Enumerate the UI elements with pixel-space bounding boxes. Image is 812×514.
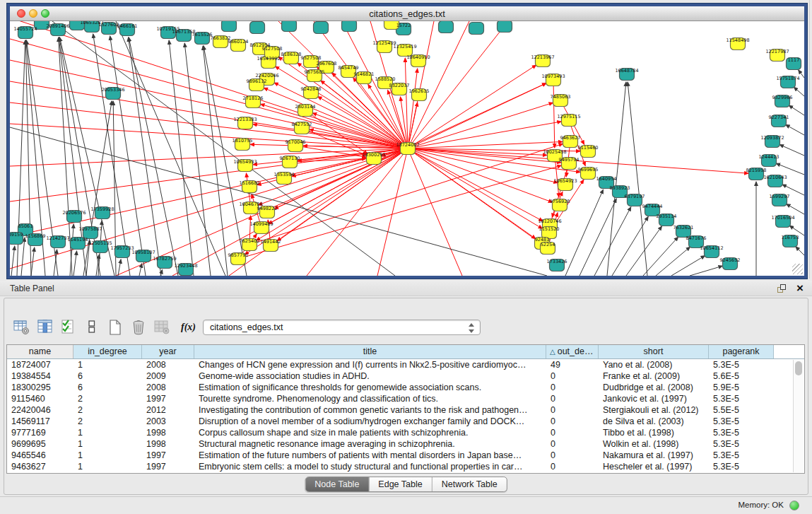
- table-cell[interactable]: 1: [73, 359, 142, 370]
- table-cell[interactable]: 14569117: [7, 416, 73, 427]
- table-cell[interactable]: 0: [546, 382, 599, 393]
- table-cell[interactable]: 1998: [142, 427, 194, 438]
- new-table-button[interactable]: [105, 317, 125, 337]
- table-cell[interactable]: 0: [546, 438, 599, 450]
- table-cell[interactable]: Structural magnetic resonance image aver…: [194, 438, 546, 450]
- column-header-year[interactable]: year: [142, 345, 194, 358]
- float-panel-icon[interactable]: [777, 284, 787, 293]
- table-cell[interactable]: Embryonic stem cells: a model to study s…: [194, 461, 546, 472]
- network-window[interactable]: citations_edges.txt 18724007140557242089…: [7, 4, 807, 279]
- graph-node[interactable]: [498, 21, 512, 33]
- table-row[interactable]: 946554611997Estimation of the future num…: [7, 450, 804, 461]
- table-cell[interactable]: Dudbridge et al. (2008): [599, 382, 709, 393]
- table-cell[interactable]: 5.6E-5: [709, 370, 774, 382]
- table-cell[interactable]: 22420046: [7, 404, 73, 416]
- table-cell[interactable]: 18300295: [7, 382, 73, 393]
- table-cell[interactable]: 5.3E-5: [709, 359, 774, 370]
- table-cell[interactable]: 9465546: [7, 450, 73, 461]
- table-row[interactable]: 1872400712008Changes of HCN gene express…: [7, 359, 804, 370]
- table-cell[interactable]: 9699695: [7, 438, 73, 450]
- table-cell[interactable]: 2: [73, 416, 142, 427]
- memory-status-icon[interactable]: [789, 501, 799, 510]
- table-cell[interactable]: Hescheler et al. (1997): [599, 461, 709, 472]
- table-cell[interactable]: 5.3E-5: [709, 416, 774, 427]
- table-cell[interactable]: Estimation of significance thresholds fo…: [194, 382, 546, 393]
- table-cell[interactable]: 5.3E-5: [709, 461, 774, 472]
- table-cell[interactable]: 1997: [142, 450, 194, 461]
- table-cell[interactable]: 5.3E-5: [709, 450, 774, 461]
- table-cell[interactable]: Wolkin et al. (1998): [599, 438, 709, 450]
- table-cell[interactable]: 1: [73, 438, 142, 450]
- table-cell[interactable]: 9463627: [7, 461, 73, 472]
- table-cell[interactable]: 49: [546, 359, 599, 370]
- table-cell[interactable]: 1998: [142, 438, 194, 450]
- table-row[interactable]: 969969511998Structural magnetic resonanc…: [7, 438, 804, 450]
- table-cell[interactable]: 6: [73, 382, 142, 393]
- table-cell[interactable]: Corpus callosum shape and size in male p…: [194, 427, 546, 438]
- table-cell[interactable]: 0: [546, 404, 599, 416]
- delete-attributes-button[interactable]: [129, 317, 148, 337]
- column-header-short[interactable]: short: [599, 345, 709, 358]
- table-cell[interactable]: 5.5E-5: [709, 404, 774, 416]
- table-cell[interactable]: Tibbo et al. (1998): [599, 427, 709, 438]
- table-scrollbar[interactable]: [793, 360, 804, 472]
- column-header-in_degree[interactable]: in_degree: [73, 345, 142, 358]
- table-cell[interactable]: 0: [546, 393, 599, 404]
- table-cell[interactable]: 19384554: [7, 370, 73, 382]
- graph-node[interactable]: [250, 22, 265, 34]
- column-header-pagerank[interactable]: pagerank: [709, 345, 774, 358]
- table-cell[interactable]: Jankovic et al. (1997): [599, 393, 709, 404]
- table-cell[interactable]: 1: [73, 427, 142, 438]
- table-cell[interactable]: 0: [546, 461, 599, 472]
- tab-network-table[interactable]: Network Table: [432, 477, 507, 491]
- table-cell[interactable]: Disruption of a novel member of a sodium…: [194, 416, 546, 427]
- table-cell[interactable]: Nakamura et al. (1997): [599, 450, 709, 461]
- table-cell[interactable]: 2012: [142, 404, 194, 416]
- graph-node[interactable]: [222, 21, 237, 32]
- graph-node[interactable]: [282, 21, 297, 32]
- row-select-button[interactable]: [59, 317, 78, 337]
- tab-node-table[interactable]: Node Table: [305, 477, 368, 491]
- table-settings-button[interactable]: [12, 317, 32, 337]
- table-cell[interactable]: 2: [73, 393, 142, 404]
- table-cell[interactable]: Franke et al. (2009): [599, 370, 709, 382]
- table-row[interactable]: 1938455462009Genome-wide association stu…: [7, 370, 804, 382]
- scrollbar-thumb[interactable]: [795, 361, 802, 375]
- network-window-titlebar[interactable]: citations_edges.txt: [10, 6, 804, 21]
- table-cell[interactable]: de Silva et al. (2003): [599, 416, 709, 427]
- merge-rows-button[interactable]: [82, 317, 102, 337]
- table-cell[interactable]: 5.3E-5: [709, 393, 774, 404]
- table-cell[interactable]: 0: [546, 450, 599, 461]
- table-cell[interactable]: 5.9E-5: [709, 382, 774, 393]
- table-row[interactable]: 911546021997Tourette syndrome. Phenomeno…: [7, 393, 804, 404]
- column-header-name[interactable]: name: [7, 345, 73, 358]
- table-cell[interactable]: Investigating the contribution of common…: [194, 404, 546, 416]
- table-cell[interactable]: Tourette syndrome. Phenomenology and cla…: [194, 393, 546, 404]
- table-cell[interactable]: 2009: [142, 370, 194, 382]
- graph-node[interactable]: [342, 21, 357, 32]
- tab-edge-table[interactable]: Edge Table: [368, 477, 431, 491]
- table-cell[interactable]: Changes of HCN gene expression and I(f) …: [194, 359, 546, 370]
- table-cell[interactable]: 0: [546, 370, 599, 382]
- graph-node[interactable]: [439, 21, 454, 33]
- table-row[interactable]: 2242004622012Investigating the contribut…: [7, 404, 804, 416]
- graph-node[interactable]: [314, 22, 329, 34]
- column-header-out_de[interactable]: △out_de…: [546, 345, 599, 358]
- table-cell[interactable]: 2008: [142, 382, 194, 393]
- column-header-title[interactable]: title: [194, 345, 546, 358]
- table-cell[interactable]: 2003: [142, 416, 194, 427]
- table-cell[interactable]: 9115460: [7, 393, 73, 404]
- table-cell[interactable]: 9777169: [7, 427, 73, 438]
- table-cell[interactable]: 1997: [142, 393, 194, 404]
- table-cell[interactable]: 5.3E-5: [709, 427, 774, 438]
- table-row[interactable]: 1456911722003Disruption of a novel membe…: [7, 416, 804, 427]
- table-cell[interactable]: 1: [73, 450, 142, 461]
- table-cell[interactable]: 1: [73, 461, 142, 472]
- function-builder-button[interactable]: f(x): [181, 322, 196, 333]
- table-cell[interactable]: 18724007: [7, 359, 73, 370]
- resize-grip[interactable]: [792, 264, 803, 274]
- table-cell[interactable]: Stergiakouli et al. (2012): [599, 404, 709, 416]
- close-panel-icon[interactable]: ×: [796, 281, 804, 296]
- table-cell[interactable]: 2008: [142, 359, 194, 370]
- table-row[interactable]: 1830029562008Estimation of significance …: [7, 382, 804, 393]
